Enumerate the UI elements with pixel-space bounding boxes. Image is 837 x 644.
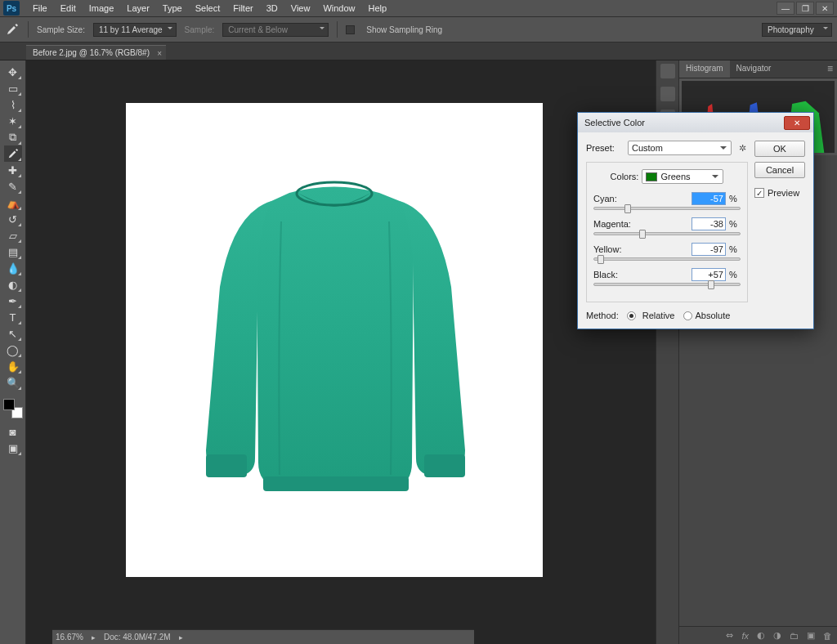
type-tool[interactable]: T bbox=[4, 309, 22, 325]
doc-size: Doc: 48.0M/47.2M bbox=[104, 633, 171, 642]
gradient-tool[interactable]: ▤ bbox=[4, 244, 22, 260]
brush-tool[interactable]: ✎ bbox=[4, 178, 22, 195]
zoom-level[interactable]: 16.67% bbox=[56, 633, 83, 642]
cyan-input[interactable]: -57 bbox=[692, 192, 726, 205]
restore-button[interactable]: ❐ bbox=[796, 2, 814, 15]
close-window-button[interactable]: ✕ bbox=[816, 2, 834, 15]
black-input[interactable]: +57 bbox=[692, 268, 726, 281]
selective-color-dialog[interactable]: Selective Color ✕ Preset: Custom ✲ Color… bbox=[577, 112, 814, 329]
ok-button[interactable]: OK bbox=[754, 141, 805, 157]
absolute-radio[interactable]: Absolute bbox=[683, 311, 731, 320]
quickmask-toggle[interactable]: ◙ bbox=[4, 423, 22, 440]
relative-radio[interactable]: Relative bbox=[627, 311, 675, 320]
menu-window[interactable]: Window bbox=[316, 3, 361, 13]
canvas-area[interactable]: 16.67% ▸ Doc: 48.0M/47.2M ▸ bbox=[26, 60, 656, 644]
document-tab[interactable]: Before 2.jpg @ 16.7% (RGB/8#) × bbox=[26, 45, 166, 60]
method-row: Method: Relative Absolute bbox=[586, 311, 748, 320]
adjustment-layer-icon[interactable]: ◑ bbox=[773, 630, 781, 641]
eraser-tool[interactable]: ▱ bbox=[4, 227, 22, 244]
pct: % bbox=[729, 219, 741, 229]
screenmode-toggle[interactable]: ▣ bbox=[4, 440, 22, 456]
cyan-slider[interactable] bbox=[593, 207, 741, 210]
panel-options-icon[interactable]: ≡ bbox=[823, 60, 837, 78]
hand-tool[interactable]: ✋ bbox=[4, 358, 22, 374]
color-swatch-icon bbox=[646, 172, 657, 181]
sample-size-dropdown[interactable]: 11 by 11 Average bbox=[93, 23, 177, 37]
color-sliders-group: Colors: Greens Cyan:-57% Magenta:-38% Ye… bbox=[586, 162, 748, 302]
cancel-button[interactable]: Cancel bbox=[754, 162, 805, 178]
sample-size-label: Sample Size: bbox=[37, 25, 85, 34]
preset-dropdown[interactable]: Custom bbox=[628, 141, 732, 155]
dialog-body: Preset: Custom ✲ Colors: Greens Cyan:-57… bbox=[578, 132, 813, 329]
menu-filter[interactable]: Filter bbox=[226, 3, 259, 13]
colors-dropdown[interactable]: Greens bbox=[642, 169, 723, 184]
zoom-tool[interactable]: 🔍 bbox=[4, 374, 22, 391]
workspace-dropdown[interactable]: Photography bbox=[762, 23, 832, 37]
dialog-close-button[interactable]: ✕ bbox=[784, 116, 810, 130]
docinfo-arrow-icon[interactable]: ▸ bbox=[179, 633, 183, 642]
black-label: Black: bbox=[593, 270, 642, 280]
stamp-tool[interactable]: ⛺ bbox=[4, 195, 22, 211]
magenta-slider[interactable] bbox=[593, 232, 741, 235]
path-select-tool[interactable]: ↖ bbox=[4, 325, 22, 342]
link-icon[interactable]: ⇔ bbox=[726, 630, 733, 641]
minimize-button[interactable]: — bbox=[777, 2, 794, 15]
dodge-tool[interactable]: ◐ bbox=[4, 276, 22, 293]
move-tool[interactable]: ✥ bbox=[4, 64, 22, 80]
lasso-tool[interactable]: ⌇ bbox=[4, 96, 22, 113]
trash-icon[interactable]: 🗑 bbox=[823, 631, 832, 641]
eyedropper-tool[interactable] bbox=[4, 145, 22, 162]
menu-layer[interactable]: Layer bbox=[120, 3, 156, 13]
menu-image[interactable]: Image bbox=[83, 3, 121, 13]
magenta-input[interactable]: -38 bbox=[692, 217, 726, 230]
zoom-arrow-icon[interactable]: ▸ bbox=[92, 633, 96, 642]
crop-tool[interactable]: ⧉ bbox=[4, 129, 22, 145]
preset-value: Custom bbox=[632, 143, 663, 153]
yellow-slider[interactable] bbox=[593, 257, 741, 261]
magenta-label: Magenta: bbox=[593, 219, 642, 229]
panel-tabs: Histogram Navigator ≡ bbox=[679, 60, 837, 78]
menu-file[interactable]: File bbox=[26, 3, 54, 13]
menu-view[interactable]: View bbox=[284, 3, 317, 13]
menu-help[interactable]: Help bbox=[362, 3, 394, 13]
sample-layer-dropdown[interactable]: Current & Below bbox=[222, 23, 329, 37]
collapsed-panel-icon[interactable] bbox=[660, 87, 675, 101]
navigator-tab[interactable]: Navigator bbox=[730, 60, 778, 78]
yellow-input[interactable]: -97 bbox=[692, 243, 726, 256]
window-controls: — ❐ ✕ bbox=[777, 2, 834, 15]
blur-tool[interactable]: 💧 bbox=[4, 260, 22, 276]
document-canvas[interactable] bbox=[126, 103, 543, 577]
marquee-tool[interactable]: ▭ bbox=[4, 80, 22, 96]
shirt-image bbox=[199, 172, 469, 508]
method-label: Method: bbox=[586, 311, 619, 320]
foreground-swatch[interactable] bbox=[3, 399, 15, 410]
history-brush-tool[interactable]: ↺ bbox=[4, 211, 22, 227]
menu-select[interactable]: Select bbox=[189, 3, 227, 13]
histogram-tab[interactable]: Histogram bbox=[679, 60, 730, 78]
menu-3d[interactable]: 3D bbox=[260, 3, 284, 13]
dialog-title: Selective Color bbox=[584, 118, 645, 127]
quick-select-tool[interactable]: ✶ bbox=[4, 113, 22, 129]
collapsed-panel-icon[interactable] bbox=[660, 64, 675, 78]
pen-tool[interactable]: ✒ bbox=[4, 293, 22, 309]
mask-icon[interactable]: ◐ bbox=[757, 630, 765, 641]
menu-edit[interactable]: Edit bbox=[54, 3, 83, 13]
black-slider[interactable] bbox=[593, 283, 741, 286]
new-layer-icon[interactable]: ▣ bbox=[807, 630, 815, 641]
document-tab-label: Before 2.jpg @ 16.7% (RGB/8#) bbox=[33, 48, 150, 57]
healing-tool[interactable]: ✚ bbox=[4, 162, 22, 178]
fx-icon[interactable]: fx bbox=[741, 631, 749, 641]
eyedropper-icon bbox=[5, 22, 20, 37]
show-ring-checkbox[interactable] bbox=[346, 25, 355, 34]
menu-type[interactable]: Type bbox=[156, 3, 189, 13]
shape-tool[interactable]: ◯ bbox=[4, 342, 22, 358]
pct: % bbox=[729, 270, 741, 280]
preset-gear-icon[interactable]: ✲ bbox=[736, 142, 748, 154]
dialog-titlebar[interactable]: Selective Color ✕ bbox=[578, 113, 813, 132]
svg-rect-3 bbox=[263, 476, 409, 491]
preview-checkbox[interactable]: ✓Preview bbox=[754, 188, 805, 198]
color-swatches[interactable] bbox=[3, 399, 23, 418]
options-bar: Sample Size: 11 by 11 Average Sample: Cu… bbox=[0, 16, 837, 42]
close-tab-icon[interactable]: × bbox=[157, 48, 162, 57]
group-icon[interactable]: 🗀 bbox=[790, 631, 799, 641]
